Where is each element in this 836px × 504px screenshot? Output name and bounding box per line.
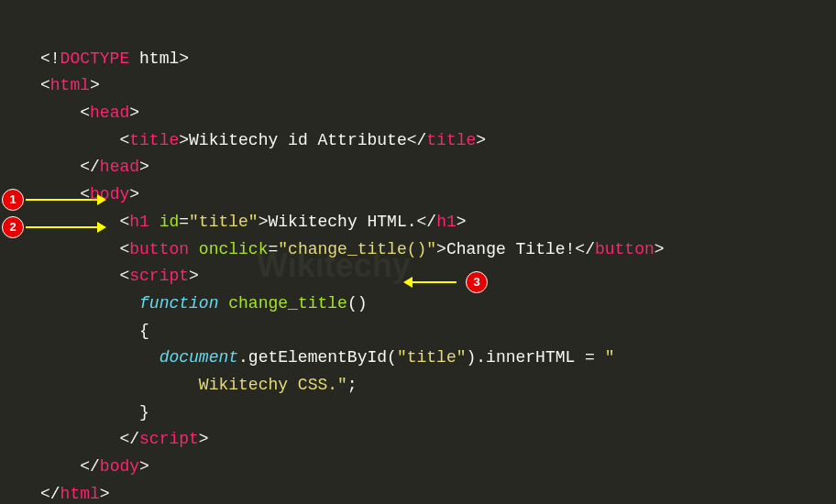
code-line-16: </body> — [40, 457, 149, 476]
code-line-15: </script> — [40, 430, 209, 448]
annotation-badge-3: 3 — [466, 271, 488, 293]
code-line-5: </head> — [40, 158, 149, 176]
code-block: <!DOCTYPE html> <html> <head> <title>Wik… — [0, 0, 836, 504]
code-line-11: { — [40, 322, 149, 340]
code-line-2: <html> — [40, 76, 100, 94]
code-line-3: <head> — [40, 104, 139, 122]
code-line-9: <script> — [40, 267, 199, 285]
code-line-10: function change_title() — [40, 294, 368, 312]
annotation-arrow-2 — [26, 226, 97, 228]
code-line-13: Wikitechy CSS."; — [40, 376, 358, 394]
code-line-17: </html> — [40, 485, 110, 503]
code-line-14: } — [40, 403, 149, 422]
annotation-badge-2: 2 — [2, 216, 24, 238]
code-line-6: <body> — [40, 185, 139, 203]
code-line-4: <title>Wikitechy id Attribute</title> — [40, 131, 486, 149]
code-line-12: document.getElementById("title").innerHT… — [40, 348, 615, 367]
annotation-arrow-3 — [412, 281, 456, 283]
annotation-arrow-1 — [26, 199, 97, 201]
code-line-1: <!DOCTYPE html> — [40, 49, 189, 68]
annotation-badge-1: 1 — [2, 189, 24, 211]
code-line-8: <button onclick="change_title()">Change … — [40, 240, 665, 258]
